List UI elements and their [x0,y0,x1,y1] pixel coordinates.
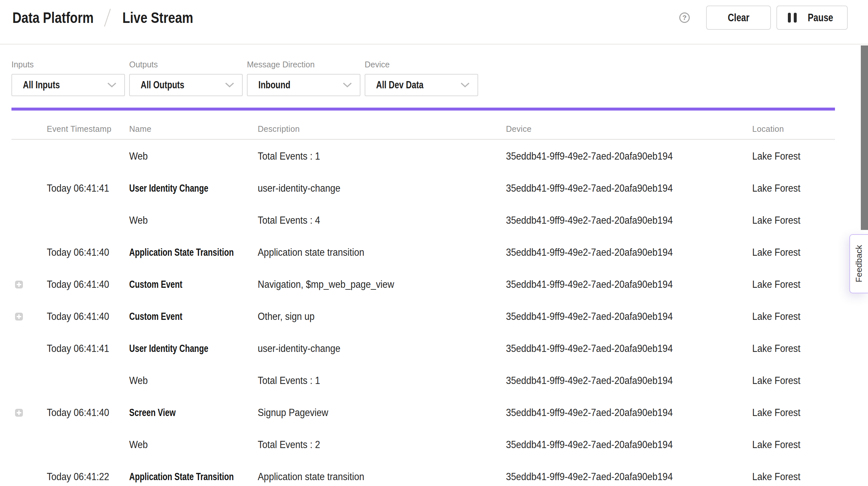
cell-device: 35eddb41-9ff9-49e2-7aed-20afa90eb194 [506,150,728,162]
cell-location: Lake Forest [752,247,827,259]
breadcrumb-separator [104,8,111,27]
breadcrumb: Data Platform Live Stream [12,8,193,27]
cell-event-timestamp: Today 06:41:41 [47,182,121,194]
filter-message-direction-value: Inbound [258,79,290,91]
cell-device: 35eddb41-9ff9-49e2-7aed-20afa90eb194 [506,439,728,451]
expand-plus-icon[interactable] [15,409,23,417]
cell-description: user-identity-change [258,343,481,355]
cell-name: Web [129,375,245,387]
table-header: Event Timestamp Name Description Device … [11,111,835,140]
table-row: WebTotal Events : 435eddb41-9ff9-49e2-7a… [11,204,835,237]
breadcrumb-page: Live Stream [122,9,193,27]
scrollbar-thumb[interactable] [861,45,868,230]
help-icon[interactable]: ? [679,12,690,23]
col-event-timestamp: Event Timestamp [47,124,129,139]
cell-event-timestamp: Today 06:41:40 [47,247,121,259]
filter-inputs: Inputs All Inputs [11,60,125,96]
feedback-tab[interactable]: Feedback [849,234,868,293]
filter-inputs-value: All Inputs [23,79,60,91]
cell-location: Lake Forest [752,150,827,162]
filter-bar: Inputs All Inputs Outputs All Outputs Me… [0,44,868,108]
clear-button-label: Clear [728,11,749,24]
cell-description: Application state transition [258,471,481,483]
expand-cell [11,281,47,288]
cell-event-timestamp: Today 06:41:40 [47,279,121,291]
pause-button[interactable]: Pause [776,5,848,30]
event-table-body: WebTotal Events : 135eddb41-9ff9-49e2-7a… [11,140,835,486]
col-name: Name [129,124,258,139]
cell-description: Total Events : 1 [258,150,481,162]
table-row: WebTotal Events : 135eddb41-9ff9-49e2-7a… [11,365,835,397]
cell-name: Web [129,150,245,162]
cell-event-timestamp: Today 06:41:22 [47,471,121,483]
breadcrumb-section[interactable]: Data Platform [12,9,94,27]
top-header: Data Platform Live Stream ? Clear Pause [0,0,868,44]
cell-event-timestamp: Today 06:41:40 [47,407,121,419]
filter-outputs: Outputs All Outputs [129,60,243,96]
expand-cell [11,313,47,321]
table-row: Today 06:41:40Custom EventNavigation, $m… [11,269,835,301]
cell-description: Total Events : 1 [258,375,481,387]
cell-device: 35eddb41-9ff9-49e2-7aed-20afa90eb194 [506,182,728,194]
cell-location: Lake Forest [752,439,827,451]
chevron-down-icon [343,83,352,88]
cell-device: 35eddb41-9ff9-49e2-7aed-20afa90eb194 [506,247,728,259]
col-location: Location [752,124,835,139]
expand-cell [11,409,47,417]
filter-device-value: All Dev Data [376,79,424,91]
cell-description: Navigation, $mp_web_page_view [258,279,481,291]
cell-name: Screen View [129,407,229,419]
col-expand [11,134,47,139]
cell-event-timestamp: Today 06:41:40 [47,311,121,323]
expand-plus-icon[interactable] [15,313,23,321]
cell-description: Signup Pageview [258,407,481,419]
cell-device: 35eddb41-9ff9-49e2-7aed-20afa90eb194 [506,375,728,387]
cell-name: Custom Event [129,311,229,323]
cell-location: Lake Forest [752,215,827,226]
expand-plus-icon[interactable] [15,281,23,288]
cell-description: Total Events : 4 [258,215,481,226]
cell-description: Other, sign up [258,311,481,323]
cell-location: Lake Forest [752,375,827,387]
cell-location: Lake Forest [752,279,827,291]
filter-inputs-label: Inputs [11,60,125,69]
chevron-down-icon [225,83,234,88]
clear-button[interactable]: Clear [706,5,771,30]
live-stream-progress-bar [11,108,835,111]
filter-inputs-select[interactable]: All Inputs [11,74,125,96]
filter-outputs-select[interactable]: All Outputs [129,74,243,96]
cell-device: 35eddb41-9ff9-49e2-7aed-20afa90eb194 [506,407,728,419]
cell-name: User Identity Change [129,343,229,355]
pause-icon [788,13,797,23]
cell-location: Lake Forest [752,182,827,194]
cell-name: Application State Transition [129,471,229,483]
cell-device: 35eddb41-9ff9-49e2-7aed-20afa90eb194 [506,343,728,355]
cell-description: Total Events : 2 [258,439,481,451]
cell-device: 35eddb41-9ff9-49e2-7aed-20afa90eb194 [506,311,728,323]
filter-message-direction-label: Message Direction [247,60,361,69]
cell-location: Lake Forest [752,343,827,355]
table-row: Today 06:41:40Screen ViewSignup Pageview… [11,397,835,429]
cell-description: Application state transition [258,247,481,259]
pause-button-label: Pause [808,11,833,24]
table-row: Today 06:41:40Application State Transiti… [11,237,835,269]
table-row: WebTotal Events : 235eddb41-9ff9-49e2-7a… [11,429,835,461]
cell-description: user-identity-change [258,182,481,194]
filter-outputs-value: All Outputs [141,79,184,91]
feedback-tab-label: Feedback [854,245,864,282]
cell-name: Web [129,215,245,226]
table-row: Today 06:41:41User Identity Changeuser-i… [11,333,835,365]
filter-message-direction: Message Direction Inbound [247,60,361,96]
filter-message-direction-select[interactable]: Inbound [247,74,361,96]
cell-location: Lake Forest [752,471,827,483]
chevron-down-icon [107,83,117,88]
cell-name: Application State Transition [129,247,229,259]
table-row: WebTotal Events : 135eddb41-9ff9-49e2-7a… [11,140,835,172]
cell-event-timestamp: Today 06:41:41 [47,343,121,355]
filter-device-select[interactable]: All Dev Data [365,74,478,96]
table-row: Today 06:41:40Custom EventOther, sign up… [11,301,835,333]
filter-outputs-label: Outputs [129,60,243,69]
cell-device: 35eddb41-9ff9-49e2-7aed-20afa90eb194 [506,471,728,483]
cell-location: Lake Forest [752,311,827,323]
cell-location: Lake Forest [752,407,827,419]
